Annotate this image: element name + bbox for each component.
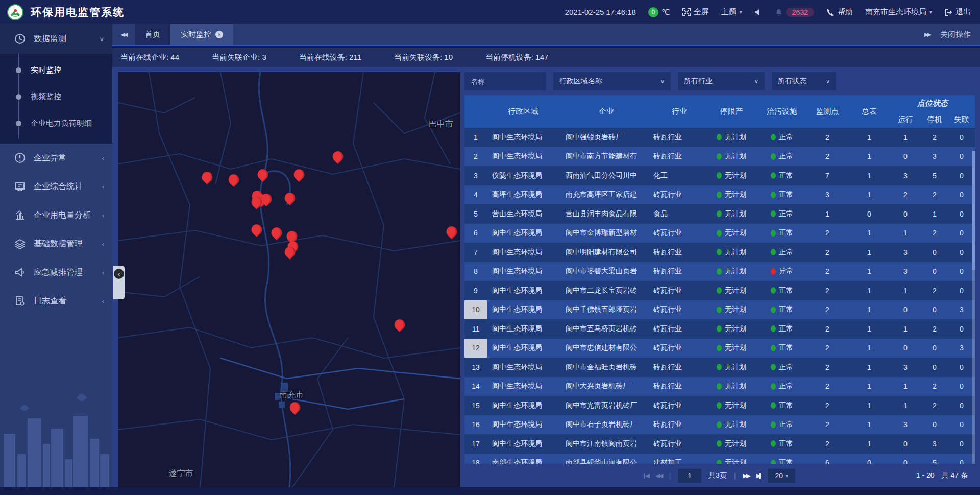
cell-index: 5 — [464, 204, 487, 224]
cell-points: 3 — [806, 191, 848, 199]
theme-dropdown[interactable]: 主题▾ — [721, 7, 742, 17]
cell-stop: 3 — [921, 152, 948, 160]
table-row[interactable]: 10 阆中生态环境局 阆中千佛镇五郎垭页岩 砖瓦行业 无计划 正常 2 1 0 … — [464, 300, 975, 320]
table-row[interactable]: 3 仪陇生态环境局 西南油气田分公司川中 化工 无计划 正常 7 1 3 5 0 — [464, 166, 975, 185]
column-header-plan: 停限产 — [705, 107, 757, 116]
scrollbar-thumb[interactable] — [972, 151, 975, 270]
table-row[interactable]: 5 营山生态环境局 营山县润丰肉食品有限 食品 无计划 正常 1 0 0 1 0 — [464, 204, 975, 224]
page-number-input[interactable] — [678, 469, 701, 483]
sidebar-subitem[interactable]: 实时监控 — [0, 57, 112, 83]
sidebar-item[interactable]: 企业异常 ‹ — [0, 144, 112, 172]
table-row[interactable]: 2 阆中生态环境局 阆中市南方节能建材有 砖瓦行业 无计划 正常 2 1 0 3… — [464, 147, 975, 167]
cell-run: 1 — [890, 133, 921, 142]
last-page-button[interactable]: ▶ — [756, 472, 761, 479]
stat-item: 当前停机设备: 147 — [485, 53, 548, 62]
notification-button[interactable]: 2632 — [775, 8, 814, 17]
table-row[interactable]: 7 阆中生态环境局 阆中明阳建材有限公司 砖瓦行业 无计划 正常 2 1 3 0… — [464, 243, 975, 262]
cell-plan: 无计划 — [705, 420, 757, 429]
tab-home[interactable]: 首页 — [135, 24, 170, 45]
fullscreen-button[interactable]: 全屏 — [682, 7, 709, 17]
org-dropdown[interactable]: 南充市生态环境局▾ — [865, 7, 932, 17]
status-dot-icon — [717, 249, 722, 255]
cell-meters: 1 — [848, 248, 890, 256]
page-size-select[interactable]: 20▾ — [768, 469, 795, 483]
cell-plan: 无计划 — [705, 190, 757, 199]
sidebar-item[interactable]: 企业综合统计 ‹ — [0, 172, 112, 201]
cell-run: 1 — [890, 229, 921, 237]
chevron-down-icon: ∨ — [99, 35, 104, 43]
cell-run: 0 — [890, 152, 921, 160]
datetime-label: 2021-02-25 17:46:18 — [565, 8, 636, 16]
industry-select[interactable]: 所有行业∨ — [678, 72, 765, 90]
cell-lost: 0 — [948, 287, 975, 295]
clock-icon — [14, 33, 26, 44]
cell-lost: 3 — [948, 305, 975, 314]
table-row[interactable]: 6 阆中生态环境局 阆中市金博瑞新型墙材 砖瓦行业 无计划 正常 2 1 1 2… — [464, 224, 975, 243]
close-operations-button[interactable]: 关闭操作 — [940, 30, 971, 39]
chevron-down-icon: ∨ — [826, 78, 830, 85]
map-panel[interactable]: 巴中市南充市遂宁市 — [118, 72, 460, 487]
region-select[interactable]: 行政区域名称∨ — [553, 72, 671, 90]
cell-stop: 2 — [921, 287, 948, 295]
table-scrollbar[interactable] — [972, 151, 975, 464]
stats-bar: 当前在线企业: 44当前失联企业: 3当前在线设备: 211当前失联设备: 10… — [112, 48, 980, 67]
cell-plan: 无计划 — [705, 324, 757, 334]
table-row[interactable]: 12 阆中生态环境局 阆中市忠信建材有限公 砖瓦行业 无计划 正常 2 1 0 … — [464, 339, 975, 358]
sidebar-item[interactable]: 日志查看 ‹ — [0, 287, 112, 315]
status-dot-icon — [771, 421, 776, 428]
sidebar-subitem[interactable]: 视频监控 — [0, 83, 112, 110]
speaker-button[interactable] — [754, 8, 763, 16]
stat-item: 当前在线设备: 211 — [299, 53, 361, 62]
sidebar-item-label: 企业综合统计 — [34, 181, 83, 192]
logout-button[interactable]: 退出 — [944, 7, 971, 17]
phone-icon — [826, 8, 835, 16]
tab-realtime-monitor[interactable]: 实时监控 ✕ — [170, 24, 233, 45]
table-row[interactable]: 17 阆中生态环境局 阆中市江南镇阆南页岩 砖瓦行业 无计划 正常 2 1 0 … — [464, 434, 975, 454]
status-dot-icon — [717, 440, 722, 447]
table-row[interactable]: 1 阆中生态环境局 阆中强锐页岩砖厂 砖瓦行业 无计划 正常 2 1 1 2 0 — [464, 128, 975, 147]
cell-industry: 砖瓦行业 — [653, 439, 705, 449]
status-dot-icon — [717, 287, 722, 294]
close-icon[interactable]: ✕ — [215, 31, 223, 38]
sidebar-collapse-handle[interactable]: ‹ — [113, 266, 125, 299]
cell-index: 7 — [464, 243, 487, 262]
tabs-scroll-left-button[interactable]: ◀◀ — [112, 24, 135, 45]
sidebar-item[interactable]: 企业用电量分析 ‹ — [0, 201, 112, 229]
cell-company: 阆中市金福旺页岩机砖 — [559, 363, 653, 372]
next-page-button[interactable]: ▶▶ — [743, 472, 749, 479]
status-dot-icon — [717, 345, 722, 351]
column-header-facility: 治污设施 — [757, 107, 806, 116]
table-row[interactable]: 8 阆中生态环境局 阆中市枣碧大梁山页岩 砖瓦行业 无计划 异常 2 1 3 0… — [464, 262, 975, 281]
bottom-strip — [0, 487, 980, 495]
sidebar-subitem[interactable]: 企业电力负荷明细 — [0, 110, 112, 136]
prev-page-button[interactable]: ◀◀ — [655, 472, 662, 479]
first-page-button[interactable]: ◀ — [644, 472, 648, 479]
cell-run: 3 — [890, 267, 921, 275]
table-row[interactable]: 16 阆中生态环境局 阆中市石子页岩机砖厂 砖瓦行业 无计划 正常 2 1 3 … — [464, 415, 975, 435]
table-row[interactable]: 15 阆中生态环境局 阆中市光富页岩机砖厂 砖瓦行业 无计划 正常 2 1 1 … — [464, 396, 975, 415]
cell-points: 2 — [806, 248, 848, 256]
table-row[interactable]: 9 阆中生态环境局 阆中市二龙长宝页岩砖 砖瓦行业 无计划 正常 2 1 1 2… — [464, 281, 975, 300]
name-search-input[interactable] — [464, 72, 546, 90]
cell-region: 阆中生态环境局 — [487, 267, 559, 276]
table-row[interactable]: 18 南部生态环境局 南部县砚华山河有限公 建材加工 无计划 正常 6 0 0 … — [464, 454, 975, 464]
cell-index: 18 — [464, 454, 487, 464]
table-row[interactable]: 11 阆中生态环境局 阆中市五马桥页岩机砖 砖瓦行业 无计划 正常 2 1 1 … — [464, 319, 975, 339]
sidebar-item[interactable]: 应急减排管理 ‹ — [0, 258, 112, 287]
sidebar-item[interactable]: 基础数据管理 ‹ — [0, 229, 112, 258]
table-row[interactable]: 14 阆中生态环境局 阆中大兴页岩机砖厂 砖瓦行业 无计划 正常 2 1 1 2… — [464, 377, 975, 396]
table-row[interactable]: 4 高坪生态环境局 南充市高坪区王家店建 砖瓦行业 无计划 正常 3 1 2 2… — [464, 185, 975, 205]
double-right-icon: ▶▶ — [924, 31, 930, 38]
cell-industry: 砖瓦行业 — [653, 401, 705, 410]
cell-plan: 无计划 — [705, 363, 757, 372]
cell-plan: 无计划 — [705, 401, 757, 410]
sidebar-item[interactable]: 数据监测 ∨ — [0, 24, 112, 54]
tabs-scroll-right-button[interactable]: ▶▶ — [924, 31, 930, 38]
cell-points: 2 — [806, 287, 848, 295]
help-button[interactable]: 帮助 — [826, 7, 853, 17]
table-row[interactable]: 13 阆中生态环境局 阆中市金福旺页岩机砖 砖瓦行业 无计划 正常 2 1 3 … — [464, 358, 975, 377]
filter-bar: 行政区域名称∨ 所有行业∨ 所有状态∨ — [464, 72, 975, 90]
cell-points: 2 — [806, 267, 848, 275]
status-select[interactable]: 所有状态∨ — [772, 72, 836, 90]
status-dot-icon — [771, 307, 776, 313]
